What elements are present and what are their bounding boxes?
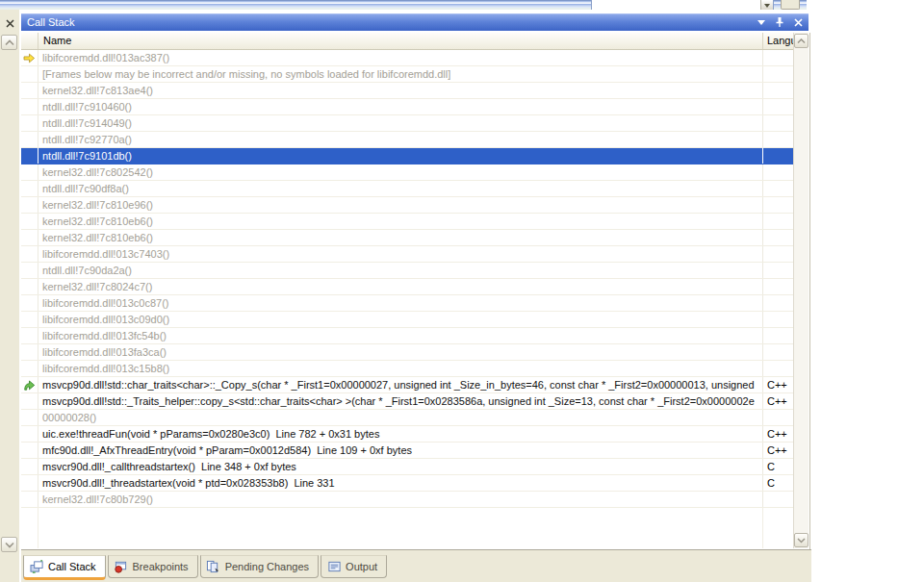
- frame-name: uic.exe!threadFun(void * pParams=0x0280e…: [38, 426, 763, 442]
- callstack-row[interactable]: libifcoremdd.dll!013c15b8(): [21, 361, 793, 377]
- combobox-dropdown-button[interactable]: [760, 0, 773, 10]
- auto-hide-button[interactable]: [773, 15, 786, 29]
- call-stack-icon: [29, 559, 44, 574]
- frame-language: C++: [763, 393, 793, 409]
- callstack-row[interactable]: libifcoremdd.dll!013c7403(): [21, 246, 793, 263]
- callstack-row[interactable]: kernel32.dll!7c80b729(): [21, 492, 793, 508]
- scroll-up-button[interactable]: [1, 35, 17, 50]
- left-edge-strip: [0, 10, 19, 582]
- auto-hide-pin-icon: [774, 16, 785, 28]
- chevron-down-icon: [764, 4, 770, 8]
- chevron-down-icon: [797, 538, 806, 544]
- callstack-row[interactable]: libifcoremdd.dll!013ac387(): [21, 50, 793, 66]
- close-button[interactable]: [3, 16, 16, 30]
- frame-language: [763, 295, 793, 311]
- frame-language: [763, 164, 793, 180]
- panel-titlebar: Call Stack: [21, 13, 808, 31]
- frame-name: kernel32.dll!7c8024c7(): [38, 279, 763, 294]
- callstack-row[interactable]: mfc90d.dll!_AfxThreadEntry(void * pParam…: [21, 443, 793, 459]
- frame-language: [763, 312, 793, 327]
- callstack-row[interactable]: ntdll.dll!7c9101db(): [21, 148, 793, 164]
- frame-name: libifcoremdd.dll!013ac387(): [38, 50, 763, 65]
- tab-call-stack[interactable]: Call Stack: [23, 555, 106, 580]
- callstack-row[interactable]: libifcoremdd.dll!013fc54b(): [21, 328, 793, 344]
- row-icon-cell: [21, 246, 38, 262]
- callstack-row[interactable]: libifcoremdd.dll!013c09d0(): [21, 312, 793, 328]
- callstack-row[interactable]: kernel32.dll!7c810eb6(): [21, 230, 793, 246]
- frame-name: kernel32.dll!7c802542(): [38, 164, 763, 180]
- row-icon-cell: [21, 410, 38, 425]
- callstack-row[interactable]: kernel32.dll!7c810e96(): [21, 197, 793, 214]
- callstack-row[interactable]: ntdll.dll!7c92770a(): [21, 132, 793, 148]
- scrollbar-down-button[interactable]: [794, 533, 808, 547]
- frame-name: libifcoremdd.dll!013c09d0(): [38, 312, 763, 327]
- frame-language: [763, 410, 793, 425]
- frame-language: [763, 197, 793, 213]
- callstack-row[interactable]: msvcp90d.dll!std::char_traits<char>::_Co…: [21, 377, 793, 393]
- chevron-up-icon: [5, 39, 14, 46]
- frame-language: [763, 181, 793, 196]
- callstack-row[interactable]: ntdll.dll!7c90da2a(): [21, 263, 793, 279]
- tab-label: Breakpoints: [133, 561, 189, 572]
- callstack-row[interactable]: kernel32.dll!7c810eb6(): [21, 214, 793, 230]
- callstack-row[interactable]: libifcoremdd.dll!013fa3ca(): [21, 344, 793, 361]
- row-icon-cell: [21, 492, 38, 507]
- frame-language: C++: [763, 443, 793, 458]
- row-icon-cell: [21, 459, 38, 474]
- frame-name: kernel32.dll!7c810eb6(): [38, 230, 763, 245]
- column-header-name[interactable]: Name: [38, 33, 763, 49]
- frame-language: [763, 66, 793, 82]
- tab-breakpoints[interactable]: Breakpoints: [108, 555, 198, 578]
- frame-name: kernel32.dll!7c810e96(): [38, 197, 763, 213]
- callstack-row[interactable]: ntdll.dll!7c914049(): [21, 115, 793, 132]
- frame-language: [763, 99, 793, 114]
- toolbar-combobox[interactable]: [591, 0, 774, 10]
- frame-language: [763, 148, 793, 164]
- frame-name: libifcoremdd.dll!013fa3ca(): [38, 344, 763, 360]
- frame-name: mfc90d.dll!_AfxThreadEntry(void * pParam…: [38, 443, 763, 458]
- scrollbar-up-button[interactable]: [794, 34, 808, 48]
- column-header-language[interactable]: Language: [763, 33, 793, 49]
- toolbar-button-fragment[interactable]: [781, 0, 800, 10]
- frame-language: [763, 344, 793, 360]
- row-icon-cell: [21, 295, 38, 311]
- callstack-row[interactable]: kernel32.dll!7c813ae4(): [21, 83, 793, 99]
- grid-line: [762, 508, 763, 548]
- callstack-row[interactable]: kernel32.dll!7c802542(): [21, 164, 793, 181]
- callstack-row[interactable]: ntdll.dll!7c910460(): [21, 99, 793, 115]
- callstack-row[interactable]: kernel32.dll!7c8024c7(): [21, 279, 793, 295]
- tab-label: Pending Changes: [225, 561, 309, 572]
- scroll-down-button[interactable]: [1, 537, 17, 552]
- tab-pending-changes[interactable]: Pending Changes: [200, 555, 319, 578]
- row-icon-cell: [21, 312, 38, 327]
- vertical-scrollbar[interactable]: [793, 33, 808, 548]
- callstack-row[interactable]: ntdll.dll!7c90df8a(): [21, 181, 793, 197]
- callstack-row[interactable]: msvcr90d.dll!_callthreadstartex() Line 3…: [21, 459, 793, 475]
- row-icon-cell: [21, 181, 38, 196]
- frame-language: [763, 279, 793, 294]
- callstack-rows: libifcoremdd.dll!013ac387()[Frames below…: [21, 50, 793, 548]
- callstack-row[interactable]: msvcr90d.dll!_threadstartex(void * ptd=0…: [21, 475, 793, 492]
- callstack-row[interactable]: libifcoremdd.dll!013c0c87(): [21, 295, 793, 312]
- callstack-row[interactable]: msvcp90d.dll!std::_Traits_helper::copy_s…: [21, 393, 793, 410]
- frame-name: msvcr90d.dll!_callthreadstartex() Line 3…: [38, 459, 763, 474]
- callstack-row[interactable]: 00000028(): [21, 410, 793, 426]
- row-icon-cell: [21, 148, 38, 164]
- current-frame-arrow: [21, 50, 38, 65]
- application-window: Call Stack: [0, 0, 924, 582]
- frame-name: libifcoremdd.dll!013c15b8(): [38, 361, 763, 376]
- window-position-button[interactable]: [755, 15, 768, 29]
- callstack-row[interactable]: [Frames below may be incorrect and/or mi…: [21, 66, 793, 83]
- row-icon-cell: [21, 115, 38, 131]
- row-icon-cell: [21, 344, 38, 360]
- callstack-row[interactable]: uic.exe!threadFun(void * pParams=0x0280e…: [21, 426, 793, 443]
- frame-name: libifcoremdd.dll!013c0c87(): [38, 295, 763, 311]
- frame-language: [763, 50, 793, 65]
- row-icon-cell: [21, 426, 38, 442]
- chevron-down-icon: [5, 542, 14, 548]
- frame-language: C: [763, 459, 793, 474]
- panel-close-button[interactable]: [791, 15, 805, 29]
- tab-output[interactable]: Output: [321, 555, 387, 578]
- frame-language: [763, 132, 793, 147]
- frame-language: C++: [763, 426, 793, 442]
